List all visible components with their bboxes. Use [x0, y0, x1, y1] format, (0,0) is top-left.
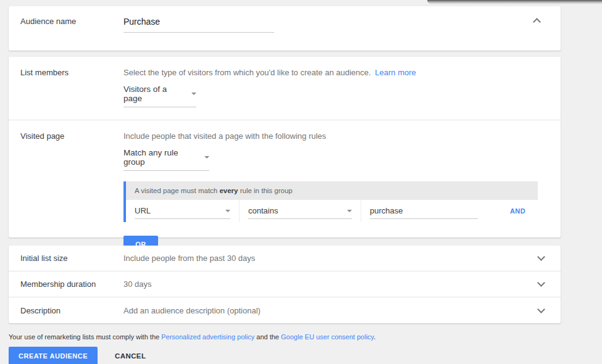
dropdown-arrow-icon — [191, 93, 196, 95]
dropdown-arrow-icon — [225, 210, 230, 212]
rule-operator-select[interactable]: contains — [240, 200, 361, 222]
initial-list-size-row[interactable]: Initial list size Include people from th… — [9, 246, 561, 271]
collapse-panel-button[interactable] — [529, 13, 544, 28]
description-label: Description — [9, 306, 123, 315]
rule-group-header: A visited page must match every rule in … — [126, 181, 538, 200]
rule-field-value: URL — [135, 206, 151, 215]
list-members-label: List members — [9, 68, 123, 107]
visited-page-section: Visited page Include people that visited… — [9, 120, 561, 253]
cancel-button[interactable]: CANCEL — [107, 347, 153, 364]
rule-value-text: purchase — [370, 206, 403, 215]
match-type-value: Match any rule group — [123, 148, 197, 167]
learn-more-link[interactable]: Learn more — [375, 68, 416, 77]
dropdown-arrow-icon — [204, 156, 209, 159]
audience-name-input[interactable]: Purchase — [123, 17, 274, 33]
chevron-down-icon — [537, 253, 545, 261]
form-actions: CREATE AUDIENCE CANCEL — [9, 347, 153, 364]
and-rule-button[interactable]: AND — [510, 207, 525, 215]
audience-name-panel: Audience name Purchase — [9, 6, 561, 51]
match-type-select[interactable]: Match any rule group — [123, 148, 561, 171]
membership-duration-value: 30 days — [123, 279, 561, 289]
rule-operator-value: contains — [248, 206, 278, 215]
chevron-down-icon — [537, 279, 545, 287]
rule-value-input[interactable]: purchase — [361, 200, 487, 222]
visited-page-label: Visited page — [9, 131, 123, 253]
audience-name-label: Audience name — [9, 17, 123, 51]
initial-list-size-label: Initial list size — [9, 254, 123, 263]
membership-duration-row[interactable]: Membership duration 30 days — [9, 271, 561, 297]
dropdown-arrow-icon — [347, 210, 352, 212]
list-definition-panel: List members Select the type of visitors… — [9, 57, 561, 238]
visitor-type-select[interactable]: Visitors of a page — [123, 85, 561, 107]
description-row[interactable]: Description Add an audience description … — [9, 297, 561, 323]
eu-consent-policy-link[interactable]: Google EU user consent policy — [281, 333, 374, 341]
personalized-advertising-policy-link[interactable]: Personalized advertising policy — [161, 333, 254, 341]
rule-group: A visited page must match every rule in … — [123, 181, 538, 222]
list-members-section: List members Select the type of visitors… — [9, 57, 561, 120]
create-audience-form: Audience name Purchase List members Sele… — [0, 0, 602, 364]
rule-group-header-bold: every — [219, 187, 238, 194]
chevron-up-icon — [533, 18, 541, 26]
visitor-type-value: Visitors of a page — [123, 85, 184, 103]
initial-list-size-value: Include people from the past 30 days — [123, 254, 561, 263]
description-value: Add an audience description (optional) — [123, 306, 561, 315]
rule-row: URL contains purchase — [126, 200, 538, 222]
rule-field-select[interactable]: URL — [126, 200, 240, 222]
top-overlay-shadow — [427, 0, 602, 4]
create-audience-button[interactable]: CREATE AUDIENCE — [9, 347, 98, 364]
visited-page-helper: Include people that visited a page with … — [123, 131, 561, 141]
collapsed-settings-panel: Initial list size Include people from th… — [9, 246, 561, 323]
membership-duration-label: Membership duration — [9, 279, 123, 289]
chevron-down-icon — [537, 305, 545, 313]
audience-name-value: Purchase — [123, 17, 160, 27]
policy-disclaimer: Your use of remarketing lists must compl… — [9, 333, 375, 341]
list-members-helper: Select the type of visitors from which y… — [123, 68, 561, 77]
